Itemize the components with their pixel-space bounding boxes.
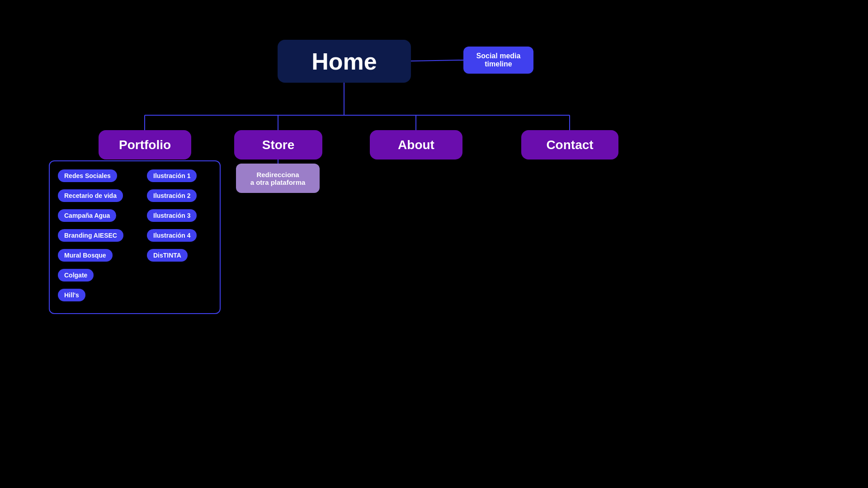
- store-label: Store: [262, 138, 295, 152]
- svg-line-0: [411, 60, 463, 61]
- redir-node[interactable]: Redireccionaa otra plataforma: [236, 164, 320, 193]
- portfolio-child-ilus2[interactable]: Ilustración 2: [147, 189, 197, 202]
- contact-label: Contact: [546, 138, 593, 152]
- portfolio-child-mural[interactable]: Mural Bosque: [58, 249, 113, 262]
- child-label: Recetario de vida: [64, 192, 117, 199]
- portfolio-child-redes[interactable]: Redes Sociales: [58, 169, 117, 182]
- social-label: Social media timeline: [463, 52, 533, 68]
- portfolio-child-ilus1[interactable]: Ilustración 1: [147, 169, 197, 182]
- child-label: Campaña Agua: [64, 212, 110, 219]
- child-label: Ilustración 1: [153, 172, 190, 179]
- child-label: Colgate: [64, 272, 87, 279]
- portfolio-child-hills[interactable]: Hill's: [58, 289, 85, 301]
- child-label: DisTINTA: [153, 252, 181, 259]
- child-label: Mural Bosque: [64, 252, 106, 259]
- child-label: Redes Sociales: [64, 172, 111, 179]
- child-label: Ilustración 2: [153, 192, 190, 199]
- portfolio-label: Portfolio: [119, 138, 171, 152]
- portfolio-children-container: Redes Sociales Recetario de vida Campaña…: [49, 160, 221, 314]
- portfolio-child-distinta[interactable]: DisTINTA: [147, 249, 188, 262]
- portfolio-child-campana[interactable]: Campaña Agua: [58, 209, 116, 222]
- social-media-node[interactable]: Social media timeline: [463, 47, 533, 74]
- child-label: Hill's: [64, 291, 79, 299]
- about-label: About: [398, 138, 434, 152]
- about-node[interactable]: About: [370, 130, 462, 160]
- home-label: Home: [311, 48, 377, 75]
- portfolio-child-ilus3[interactable]: Ilustración 3: [147, 209, 197, 222]
- portfolio-child-branding[interactable]: Branding AIESEC: [58, 229, 123, 242]
- child-label: Ilustración 4: [153, 232, 190, 239]
- store-node[interactable]: Store: [234, 130, 322, 160]
- portfolio-node[interactable]: Portfolio: [99, 130, 191, 160]
- redir-label: Redireccionaa otra plataforma: [250, 171, 306, 186]
- portfolio-child-colgate[interactable]: Colgate: [58, 269, 94, 282]
- child-label: Branding AIESEC: [64, 232, 117, 239]
- contact-node[interactable]: Contact: [521, 130, 618, 160]
- portfolio-child-ilus4[interactable]: Ilustración 4: [147, 229, 197, 242]
- child-label: Ilustración 3: [153, 212, 190, 219]
- home-node: Home: [278, 40, 411, 83]
- portfolio-child-recetario[interactable]: Recetario de vida: [58, 189, 123, 202]
